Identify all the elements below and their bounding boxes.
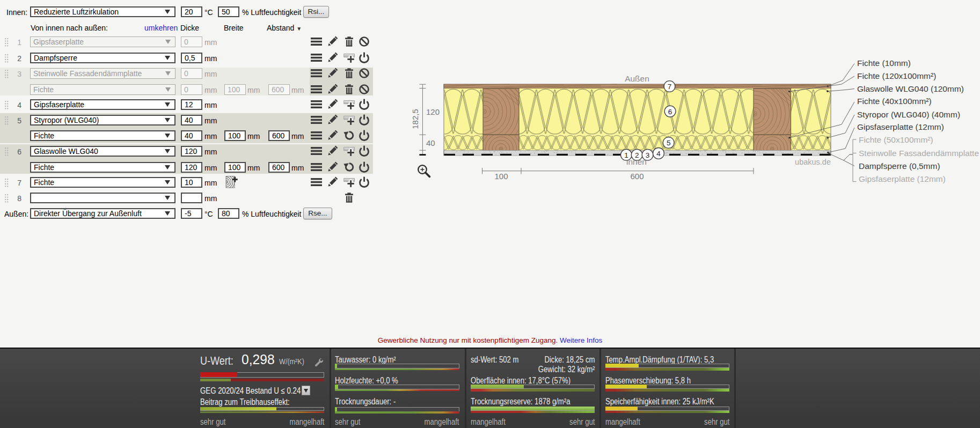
- svg-text:120: 120: [426, 107, 440, 116]
- svg-text:Fichte (50x100mm²): Fichte (50x100mm²): [859, 135, 933, 144]
- svg-text:Fichte (10mm): Fichte (10mm): [857, 58, 911, 68]
- svg-text:Styropor (WLG040) (40mm): Styropor (WLG040) (40mm): [857, 110, 960, 119]
- svg-text:1: 1: [624, 151, 628, 159]
- svg-text:Fichte (40x100mm²): Fichte (40x100mm²): [857, 97, 932, 106]
- svg-text:Gipsfaserplatte (12mm): Gipsfaserplatte (12mm): [857, 122, 944, 131]
- svg-text:600: 600: [630, 172, 643, 181]
- svg-text:Fichte (120x100mm²): Fichte (120x100mm²): [857, 71, 936, 80]
- svg-text:3: 3: [646, 151, 650, 159]
- svg-text:5: 5: [667, 139, 671, 147]
- svg-text:Außen: Außen: [625, 74, 649, 83]
- svg-text:7: 7: [668, 83, 672, 91]
- svg-text:Glaswolle WLG040 (120mm): Glaswolle WLG040 (120mm): [857, 84, 964, 93]
- svg-text:100: 100: [494, 172, 508, 181]
- svg-text:Dampfsperre (0,5mm): Dampfsperre (0,5mm): [859, 161, 940, 171]
- svg-text:182,5: 182,5: [411, 109, 420, 129]
- svg-text:ubakus.de: ubakus.de: [795, 158, 831, 166]
- svg-text:4: 4: [656, 150, 661, 158]
- svg-text:40: 40: [426, 138, 435, 147]
- svg-text:2: 2: [635, 151, 639, 159]
- svg-text:6: 6: [668, 108, 672, 116]
- svg-text:Steinwolle Fassadendämmplatte: Steinwolle Fassadendämmplatte (50: [859, 149, 980, 158]
- svg-text:Gipsfaserplatte (12mm): Gipsfaserplatte (12mm): [859, 174, 946, 183]
